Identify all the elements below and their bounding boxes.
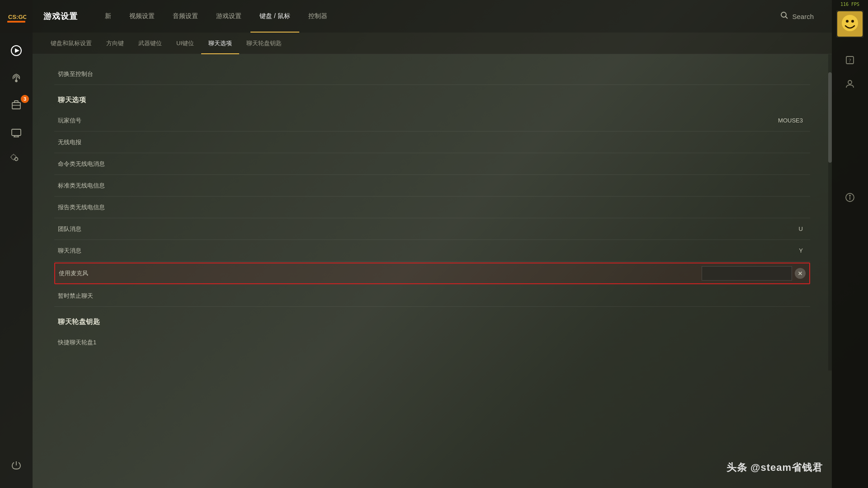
scrollbar-thumb[interactable]: [828, 72, 832, 163]
main-content: 游戏设置 新 视频设置 音频设置 游戏设置 键盘 / 鼠标 控制器 Search…: [33, 0, 832, 488]
setting-row-radio: 无线电报: [54, 131, 810, 153]
svg-point-20: [851, 20, 854, 23]
right-panel-profile[interactable]: [834, 72, 866, 95]
svg-text:CS:GO: CS:GO: [8, 14, 26, 20]
svg-point-26: [849, 195, 850, 196]
radio-label: 无线电报: [58, 138, 716, 146]
chat-msg-label: 聊天消息: [58, 247, 716, 255]
sidebar-bottom: [0, 452, 33, 488]
team-msg-label: 团队消息: [58, 225, 716, 233]
top-nav-new[interactable]: 新: [96, 0, 120, 33]
svg-point-19: [846, 20, 849, 23]
right-panel: 116 FPS ?: [832, 0, 868, 488]
svg-rect-6: [12, 103, 20, 109]
sub-nav-direction[interactable]: 方向键: [99, 33, 131, 54]
content-area: 切换至控制台 聊天选项 玩家信号 MOUSE3 无线电报 命令类无线电消息: [33, 54, 832, 488]
quick-wheel1-label: 快捷聊天轮盘1: [58, 338, 716, 347]
csgo-logo-icon: CS:GO: [6, 6, 26, 26]
svg-point-18: [842, 15, 858, 31]
sidebar-item-antenna[interactable]: [0, 64, 33, 91]
user-avatar[interactable]: [836, 10, 863, 38]
top-nav-audio[interactable]: 音频设置: [164, 0, 207, 33]
sub-nav-chat-options[interactable]: 聊天选项: [201, 33, 239, 54]
sub-nav-weapon-keys[interactable]: 武器键位: [131, 33, 169, 54]
search-label[interactable]: Search: [792, 13, 814, 20]
search-area[interactable]: Search: [773, 11, 821, 21]
top-nav-video[interactable]: 视频设置: [120, 0, 164, 33]
sidebar-item-play[interactable]: [0, 37, 33, 64]
mute-chat-label: 暂时禁止聊天: [58, 292, 716, 300]
team-msg-value: U: [716, 225, 807, 232]
setting-row-team-msg: 团队消息 U: [54, 218, 810, 240]
top-nav-game[interactable]: 游戏设置: [207, 0, 250, 33]
sidebar-item-settings[interactable]: [0, 145, 33, 173]
setting-row-quick-wheel1: 快捷聊天轮盘1: [54, 332, 810, 353]
svg-point-13: [781, 12, 786, 17]
cut-row-label: 切换至控制台: [58, 70, 716, 78]
svg-line-14: [786, 17, 788, 19]
fps-counter: 116 FPS: [840, 0, 859, 9]
sidebar-item-tv[interactable]: [0, 118, 33, 145]
chat-wheel-title: 聊天轮盘钥匙: [54, 307, 810, 332]
setting-row-report-radio: 报告类无线电信息: [54, 197, 810, 218]
std-radio-label: 标准类无线电信息: [58, 182, 716, 190]
use-mic-input-wrap: [702, 266, 806, 281]
page-title: 游戏设置: [43, 11, 78, 22]
setting-row-mute-chat: 暂时禁止聊天: [54, 285, 810, 307]
svg-point-23: [848, 80, 852, 84]
use-mic-key-input[interactable]: [702, 266, 792, 281]
scrollbar-track[interactable]: [828, 54, 832, 371]
cut-row: 切换至控制台: [54, 63, 810, 85]
top-nav-keyboard[interactable]: 键盘 / 鼠标: [250, 0, 299, 33]
settings-section: 切换至控制台 聊天选项 玩家信号 MOUSE3 无线电报 命令类无线电消息: [33, 54, 832, 362]
sidebar-navigation: 3: [0, 33, 33, 452]
sub-nav-kb-settings[interactable]: 键盘和鼠标设置: [43, 33, 99, 54]
use-mic-clear-button[interactable]: [795, 268, 806, 279]
svg-marker-4: [15, 48, 19, 53]
cmd-radio-label: 命令类无线电消息: [58, 160, 716, 168]
setting-row-use-mic: 使用麦克风: [54, 263, 810, 284]
chat-options-title: 聊天选项: [54, 85, 810, 110]
report-radio-label: 报告类无线电信息: [58, 203, 716, 211]
setting-row-chat-msg: 聊天消息 Y: [54, 240, 810, 262]
top-nav-controller[interactable]: 控制器: [299, 0, 336, 33]
setting-row-std-radio: 标准类无线电信息: [54, 175, 810, 197]
svg-rect-8: [12, 129, 21, 136]
header: 游戏设置 新 视频设置 音频设置 游戏设置 键盘 / 鼠标 控制器 Search: [33, 0, 832, 33]
top-navigation: 新 视频设置 音频设置 游戏设置 键盘 / 鼠标 控制器: [96, 0, 773, 33]
use-mic-label: 使用麦克风: [59, 269, 702, 277]
right-panel-help[interactable]: ?: [834, 48, 866, 72]
player-signal-value: MOUSE3: [716, 117, 807, 124]
chat-msg-value: Y: [716, 247, 807, 254]
sub-nav-ui-keys[interactable]: UI键位: [169, 33, 201, 54]
right-panel-info[interactable]: [834, 186, 866, 209]
sub-nav-chat-wheel[interactable]: 聊天轮盘钥匙: [239, 33, 289, 54]
player-signal-label: 玩家信号: [58, 117, 716, 125]
inventory-badge: 3: [21, 95, 29, 103]
svg-text:?: ?: [849, 57, 851, 64]
sub-navigation: 键盘和鼠标设置 方向键 武器键位 UI键位 聊天选项 聊天轮盘钥匙: [33, 33, 832, 54]
svg-point-5: [15, 80, 17, 82]
setting-row-cmd-radio: 命令类无线电消息: [54, 153, 810, 175]
search-icon: [780, 11, 788, 21]
watermark: 头条 @steam省钱君: [726, 461, 823, 474]
setting-row-player-signal: 玩家信号 MOUSE3: [54, 110, 810, 131]
app-logo: CS:GO: [0, 0, 33, 33]
sidebar-item-inventory[interactable]: 3: [0, 91, 33, 118]
sidebar: CS:GO: [0, 0, 33, 488]
sidebar-item-power[interactable]: [0, 452, 33, 479]
svg-rect-2: [7, 21, 25, 23]
